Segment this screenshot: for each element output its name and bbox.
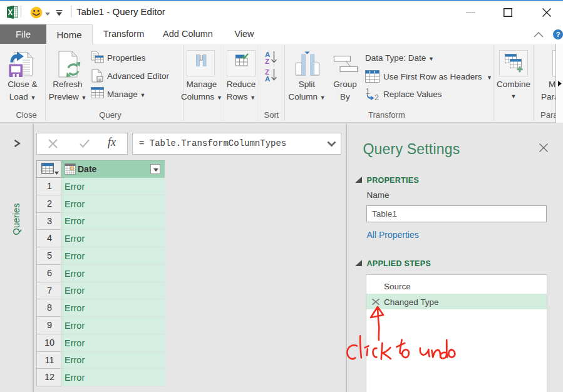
svg-text:2: 2	[374, 93, 379, 102]
svg-text:1: 1	[366, 87, 370, 96]
